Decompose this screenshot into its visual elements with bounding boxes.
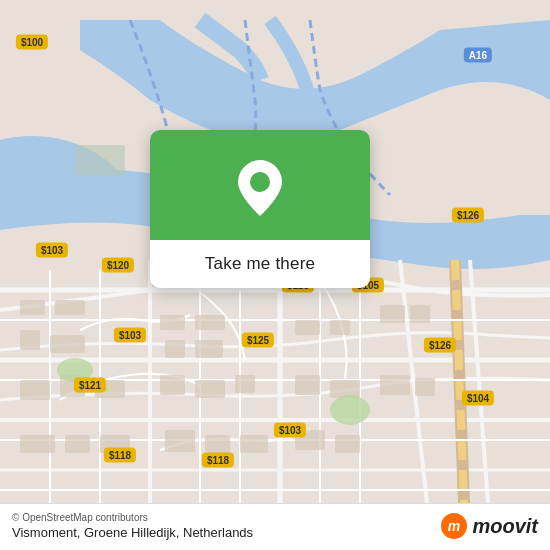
svg-point-41 [330,395,370,425]
svg-rect-39 [415,378,435,396]
svg-point-42 [250,172,270,192]
svg-rect-23 [160,375,185,395]
svg-rect-14 [160,315,185,330]
svg-rect-10 [20,300,45,315]
popup-button-section: Take me there [150,240,370,288]
location-name: Vismoment, Groene Hilledijk, Netherlands [12,525,253,540]
route-badge-s125-2: $125 [242,333,274,348]
svg-rect-29 [65,435,90,453]
svg-text:m: m [448,518,460,534]
svg-rect-33 [240,435,268,453]
moovit-logo: m moovit [440,512,538,540]
popup-header [150,130,370,240]
svg-rect-31 [165,430,195,452]
moovit-icon: m [440,512,468,540]
osm-credit: © OpenStreetMap contributors [12,512,253,523]
route-badge-s126-1: $126 [452,208,484,223]
bottom-left-info: © OpenStreetMap contributors Vismoment, … [12,512,253,540]
svg-rect-13 [50,335,85,353]
map-container: $100 A16 $103 $120 $125 $105 $126 $103 $… [0,0,550,550]
svg-rect-26 [295,375,320,395]
svg-rect-11 [55,300,85,315]
svg-rect-28 [20,435,55,453]
route-badge-s118-1: $118 [104,448,136,463]
svg-rect-35 [335,435,360,453]
route-badge-s103-3: $103 [274,423,306,438]
route-badge-s103-2: $103 [114,328,146,343]
svg-rect-15 [195,315,225,330]
route-badge-s120: $120 [102,258,134,273]
take-me-there-button[interactable]: Take me there [205,254,315,274]
svg-rect-17 [195,340,223,358]
svg-rect-16 [165,340,185,358]
moovit-brand-text: moovit [472,515,538,538]
route-badge-s104: $104 [462,391,494,406]
svg-rect-18 [295,320,320,335]
route-badge-a16: A16 [464,48,492,63]
location-popup: Take me there [150,130,370,288]
svg-rect-24 [195,380,225,398]
svg-rect-1 [75,145,125,175]
svg-rect-38 [380,375,410,395]
route-badge-s100: $100 [16,35,48,50]
route-badge-s103-1: $103 [36,243,68,258]
route-badge-s121: $121 [74,378,106,393]
route-badge-s118-2: $118 [202,453,234,468]
route-badge-s126-2: $126 [424,338,456,353]
svg-rect-36 [380,305,405,323]
svg-rect-19 [330,320,350,335]
svg-rect-32 [205,435,230,453]
svg-rect-37 [410,305,430,323]
svg-rect-27 [330,380,360,398]
svg-rect-20 [20,380,50,400]
bottom-bar: © OpenStreetMap contributors Vismoment, … [0,503,550,550]
svg-rect-12 [20,330,40,350]
map-pin-icon [234,158,286,218]
svg-rect-25 [235,375,255,393]
